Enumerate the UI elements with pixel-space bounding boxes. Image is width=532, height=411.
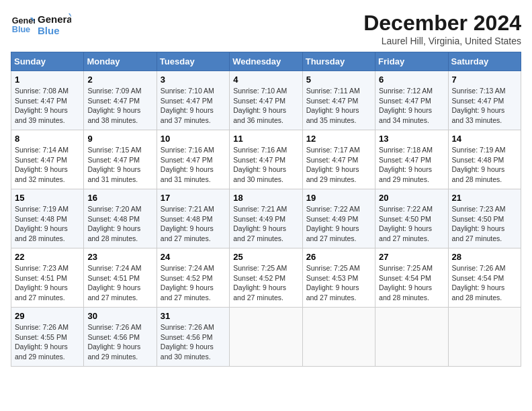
weekday-header-tuesday: Tuesday — [157, 52, 229, 71]
calendar-cell: 27Sunrise: 7:25 AM Sunset: 4:54 PM Dayli… — [375, 248, 448, 308]
day-info: Sunrise: 7:19 AM Sunset: 4:48 PM Dayligh… — [15, 204, 80, 244]
day-number: 11 — [233, 134, 298, 144]
day-number: 12 — [306, 134, 371, 144]
logo: General Blue General Blue — [11, 11, 71, 39]
calendar-cell: 30Sunrise: 7:26 AM Sunset: 4:56 PM Dayli… — [84, 308, 157, 367]
day-info: Sunrise: 7:19 AM Sunset: 4:48 PM Dayligh… — [452, 145, 517, 185]
day-number: 27 — [379, 252, 444, 262]
day-info: Sunrise: 7:26 AM Sunset: 4:56 PM Dayligh… — [161, 322, 226, 362]
calendar-week-row: 29Sunrise: 7:26 AM Sunset: 4:55 PM Dayli… — [11, 308, 521, 367]
calendar-cell: 28Sunrise: 7:26 AM Sunset: 4:54 PM Dayli… — [448, 248, 521, 308]
calendar-table: SundayMondayTuesdayWednesdayThursdayFrid… — [11, 52, 521, 367]
day-number: 2 — [87, 75, 152, 85]
day-number: 14 — [452, 134, 517, 144]
day-number: 10 — [161, 134, 226, 144]
calendar-cell: 23Sunrise: 7:24 AM Sunset: 4:51 PM Dayli… — [84, 248, 157, 308]
day-number: 26 — [306, 252, 371, 262]
day-info: Sunrise: 7:22 AM Sunset: 4:50 PM Dayligh… — [379, 204, 444, 244]
day-info: Sunrise: 7:21 AM Sunset: 4:48 PM Dayligh… — [161, 204, 226, 244]
day-number: 16 — [87, 193, 152, 203]
calendar-cell: 31Sunrise: 7:26 AM Sunset: 4:56 PM Dayli… — [157, 308, 229, 367]
calendar-cell: 1Sunrise: 7:08 AM Sunset: 4:47 PM Daylig… — [11, 71, 84, 130]
svg-text:Blue: Blue — [12, 25, 30, 34]
title-block: December 2024 Laurel Hill, Virginia, Uni… — [363, 11, 521, 46]
day-number: 6 — [379, 75, 444, 85]
calendar-cell: 24Sunrise: 7:24 AM Sunset: 4:52 PM Dayli… — [157, 248, 229, 308]
day-info: Sunrise: 7:21 AM Sunset: 4:49 PM Dayligh… — [233, 204, 298, 244]
month-title: December 2024 — [363, 11, 521, 36]
calendar-cell: 13Sunrise: 7:18 AM Sunset: 4:47 PM Dayli… — [375, 130, 448, 189]
day-number: 17 — [161, 193, 226, 203]
calendar-cell: 26Sunrise: 7:25 AM Sunset: 4:53 PM Dayli… — [302, 248, 375, 308]
calendar-cell: 16Sunrise: 7:20 AM Sunset: 4:48 PM Dayli… — [84, 189, 157, 248]
calendar-week-row: 22Sunrise: 7:23 AM Sunset: 4:51 PM Dayli… — [11, 248, 521, 308]
calendar-cell: 21Sunrise: 7:23 AM Sunset: 4:50 PM Dayli… — [448, 189, 521, 248]
weekday-header-sunday: Sunday — [11, 52, 84, 71]
calendar-week-row: 8Sunrise: 7:14 AM Sunset: 4:47 PM Daylig… — [11, 130, 521, 189]
logo-icon: General Blue — [11, 13, 35, 37]
calendar-cell — [230, 308, 302, 367]
day-number: 13 — [379, 134, 444, 144]
calendar-cell: 20Sunrise: 7:22 AM Sunset: 4:50 PM Dayli… — [375, 189, 448, 248]
weekday-header-friday: Friday — [375, 52, 448, 71]
day-info: Sunrise: 7:10 AM Sunset: 4:47 PM Dayligh… — [233, 86, 298, 126]
calendar-cell: 9Sunrise: 7:15 AM Sunset: 4:47 PM Daylig… — [84, 130, 157, 189]
calendar-week-row: 15Sunrise: 7:19 AM Sunset: 4:48 PM Dayli… — [11, 189, 521, 248]
day-info: Sunrise: 7:18 AM Sunset: 4:47 PM Dayligh… — [379, 145, 444, 185]
day-number: 30 — [87, 311, 152, 321]
day-number: 7 — [452, 75, 517, 85]
day-info: Sunrise: 7:16 AM Sunset: 4:47 PM Dayligh… — [161, 145, 226, 185]
calendar-cell — [448, 308, 521, 367]
calendar-cell: 12Sunrise: 7:17 AM Sunset: 4:47 PM Dayli… — [302, 130, 375, 189]
calendar-cell: 3Sunrise: 7:10 AM Sunset: 4:47 PM Daylig… — [157, 71, 229, 130]
day-info: Sunrise: 7:08 AM Sunset: 4:47 PM Dayligh… — [15, 86, 80, 126]
day-number: 9 — [87, 134, 152, 144]
calendar-cell: 2Sunrise: 7:09 AM Sunset: 4:47 PM Daylig… — [84, 71, 157, 130]
svg-text:General: General — [38, 13, 71, 25]
day-info: Sunrise: 7:23 AM Sunset: 4:50 PM Dayligh… — [452, 204, 517, 244]
calendar-cell: 17Sunrise: 7:21 AM Sunset: 4:48 PM Dayli… — [157, 189, 229, 248]
calendar-header-row: SundayMondayTuesdayWednesdayThursdayFrid… — [11, 52, 521, 71]
day-info: Sunrise: 7:16 AM Sunset: 4:47 PM Dayligh… — [233, 145, 298, 185]
day-info: Sunrise: 7:12 AM Sunset: 4:47 PM Dayligh… — [379, 86, 444, 126]
calendar-cell: 7Sunrise: 7:13 AM Sunset: 4:47 PM Daylig… — [448, 71, 521, 130]
calendar-cell: 10Sunrise: 7:16 AM Sunset: 4:47 PM Dayli… — [157, 130, 229, 189]
calendar-week-row: 1Sunrise: 7:08 AM Sunset: 4:47 PM Daylig… — [11, 71, 521, 130]
calendar-cell: 22Sunrise: 7:23 AM Sunset: 4:51 PM Dayli… — [11, 248, 84, 308]
day-info: Sunrise: 7:17 AM Sunset: 4:47 PM Dayligh… — [306, 145, 371, 185]
generalblue-logo-svg: General Blue — [38, 11, 71, 39]
day-number: 22 — [15, 252, 80, 262]
day-number: 23 — [87, 252, 152, 262]
day-info: Sunrise: 7:15 AM Sunset: 4:47 PM Dayligh… — [87, 145, 152, 185]
day-number: 29 — [15, 311, 80, 321]
day-info: Sunrise: 7:13 AM Sunset: 4:47 PM Dayligh… — [452, 86, 517, 126]
page-header: General Blue General Blue December 2024 … — [11, 11, 521, 46]
day-number: 18 — [233, 193, 298, 203]
weekday-header-wednesday: Wednesday — [230, 52, 302, 71]
day-number: 28 — [452, 252, 517, 262]
day-info: Sunrise: 7:11 AM Sunset: 4:47 PM Dayligh… — [306, 86, 371, 126]
day-number: 24 — [161, 252, 226, 262]
day-number: 4 — [233, 75, 298, 85]
calendar-cell: 25Sunrise: 7:25 AM Sunset: 4:52 PM Dayli… — [230, 248, 302, 308]
calendar-cell: 14Sunrise: 7:19 AM Sunset: 4:48 PM Dayli… — [448, 130, 521, 189]
day-info: Sunrise: 7:25 AM Sunset: 4:53 PM Dayligh… — [306, 263, 371, 303]
svg-text:Blue: Blue — [38, 25, 60, 36]
day-info: Sunrise: 7:26 AM Sunset: 4:55 PM Dayligh… — [15, 322, 80, 362]
day-info: Sunrise: 7:26 AM Sunset: 4:56 PM Dayligh… — [87, 322, 152, 362]
calendar-cell: 6Sunrise: 7:12 AM Sunset: 4:47 PM Daylig… — [375, 71, 448, 130]
weekday-header-saturday: Saturday — [448, 52, 521, 71]
day-number: 1 — [15, 75, 80, 85]
calendar-cell: 19Sunrise: 7:22 AM Sunset: 4:49 PM Dayli… — [302, 189, 375, 248]
day-number: 3 — [161, 75, 226, 85]
calendar-cell: 4Sunrise: 7:10 AM Sunset: 4:47 PM Daylig… — [230, 71, 302, 130]
day-number: 25 — [233, 252, 298, 262]
day-info: Sunrise: 7:26 AM Sunset: 4:54 PM Dayligh… — [452, 263, 517, 303]
calendar-cell — [302, 308, 375, 367]
day-info: Sunrise: 7:25 AM Sunset: 4:54 PM Dayligh… — [379, 263, 444, 303]
day-info: Sunrise: 7:20 AM Sunset: 4:48 PM Dayligh… — [87, 204, 152, 244]
calendar-body: 1Sunrise: 7:08 AM Sunset: 4:47 PM Daylig… — [11, 71, 521, 367]
day-number: 21 — [452, 193, 517, 203]
day-info: Sunrise: 7:09 AM Sunset: 4:47 PM Dayligh… — [87, 86, 152, 126]
weekday-header-thursday: Thursday — [302, 52, 375, 71]
